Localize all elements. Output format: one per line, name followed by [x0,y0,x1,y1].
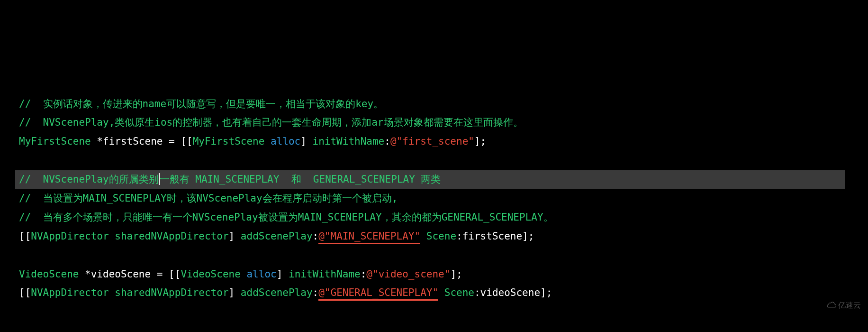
token-method: initWithName [313,136,385,147]
token-type: VideoScene [181,268,240,280]
comment-text: // NVScenePlay的所属类别一般有 MAIN_SCENEPLAY 和 … [19,174,441,185]
token-method: addScenePlay [241,287,313,298]
code-line: [[NVAppDirector sharedNVAppDirector] add… [19,284,868,303]
comment-text: // 当有多个场景时，只能唯一有一个NVScenePlay被设置为MAIN_SC… [19,212,553,223]
text-cursor [159,173,160,185]
code-line: MyFirstScene *firstScene = [[MyFirstScen… [19,132,868,151]
code-line: // 实例话对象，传进来的name可以随意写，但是要唯一，相当于该对象的key。 [19,95,868,114]
highlighted-line: // NVScenePlay的所属类别一般有 MAIN_SCENEPLAY 和 … [15,170,845,189]
token-type: NVAppDirector [31,231,108,242]
token-text: [[ [19,231,31,242]
token-keyword: alloc [246,268,276,280]
token-text: ] [229,231,241,242]
token-text: :videoScene]; [474,287,552,298]
token-text [241,268,247,280]
token-string: @"video_scene" [366,268,450,280]
cloud-icon [818,284,836,327]
token-text: ]; [450,268,462,280]
token-text: : [313,287,319,298]
token-string: @"GENERAL_SCENEPLAY" [318,287,438,301]
token-text [264,136,271,147]
token-method: addScenePlay [241,231,313,242]
token-text: : [361,268,367,280]
comment-text: // NVScenePlay,类似原生ios的控制器，也有着自己的一套生命周期，… [19,117,523,128]
code-line: // NVScenePlay的所属类别一般有 MAIN_SCENEPLAY 和 … [19,170,868,189]
token-type: VideoScene [19,268,79,280]
token-method: sharedNVAppDirector [115,231,228,242]
token-type: NVAppDirector [31,287,108,298]
token-string: @"MAIN_SCENEPLAY" [318,231,420,244]
token-text: *videoScene = [[ [79,268,181,280]
token-text [420,231,426,242]
watermark-text: 亿速云 [838,301,861,309]
token-text: *firstScene = [[ [91,136,193,147]
code-line: [[NVAppDirector sharedNVAppDirector] add… [19,227,868,246]
comment-text: // 实例话对象，传进来的name可以随意写，但是要唯一，相当于该对象的key。 [19,98,383,110]
token-text: : [384,136,390,147]
token-text: :firstScene]; [456,231,534,242]
code-line [19,246,868,265]
token-string: @"first_scene" [390,136,474,147]
token-text: ] [300,136,312,147]
token-text: [[ [19,287,31,298]
comment-text: // 当设置为MAIN_SCENEPLAY时，该NVScenePlay会在程序启… [19,193,398,204]
token-text [109,287,115,298]
token-keyword: alloc [271,136,300,147]
token-text: ] [277,268,289,280]
code-line: // 当设置为MAIN_SCENEPLAY时，该NVScenePlay会在程序启… [19,189,868,208]
token-method: sharedNVAppDirector [115,287,228,298]
token-type: MyFirstScene [19,136,91,147]
token-text: ]; [474,136,486,147]
token-method: Scene [444,287,474,298]
code-line [19,151,868,170]
code-line: VideoScene *videoScene = [[VideoScene al… [19,265,868,284]
watermark: 亿速云 [814,269,861,327]
token-text [109,231,115,242]
code-editor[interactable]: // 实例话对象，传进来的name可以随意写，但是要唯一，相当于该对象的key。… [19,95,868,303]
token-text: : [313,231,319,242]
token-text: ] [229,287,241,298]
code-line: // NVScenePlay,类似原生ios的控制器，也有着自己的一套生命周期，… [19,113,868,132]
token-method: Scene [426,231,456,242]
token-method: initWithName [289,268,361,280]
token-text [438,287,444,298]
token-type: MyFirstScene [193,136,265,147]
code-line: // 当有多个场景时，只能唯一有一个NVScenePlay被设置为MAIN_SC… [19,208,868,227]
